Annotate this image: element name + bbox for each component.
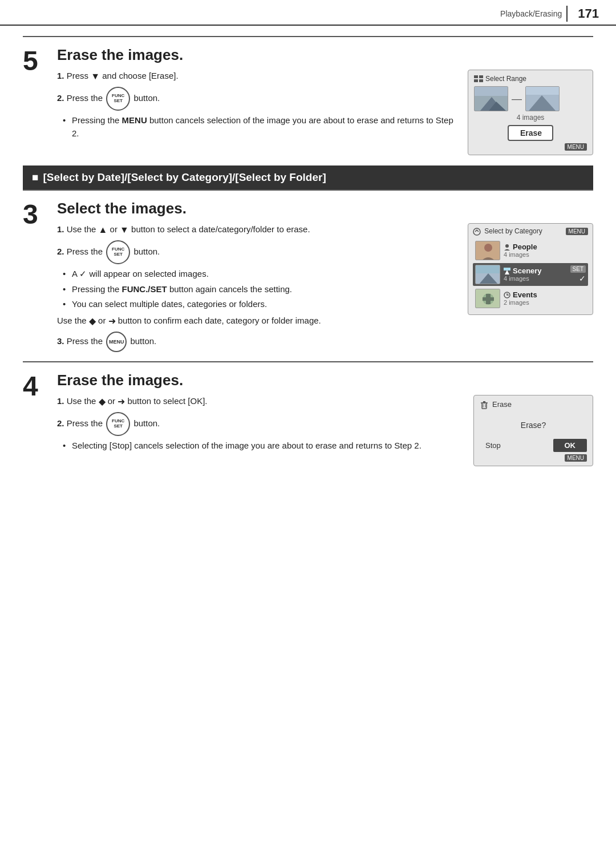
step-3-bullet-2: Pressing the FUNC./SET button again canc… bbox=[63, 283, 456, 296]
step-5-instr-1: 1. Press ▼ and choose [Erase]. bbox=[57, 70, 456, 83]
scenery-svg bbox=[476, 265, 500, 284]
stop-label: Stop bbox=[480, 440, 506, 451]
svg-rect-1 bbox=[479, 75, 483, 78]
svg-rect-19 bbox=[504, 268, 510, 271]
step-3-camera-ui: Select by Category MENU bbox=[468, 223, 593, 315]
category-menu-badge: MENU bbox=[566, 228, 588, 235]
select-range-icon bbox=[474, 75, 483, 82]
section-header: ■ [Select by Date]/[Select by Category]/… bbox=[23, 165, 593, 189]
people-thumbnail bbox=[475, 241, 500, 260]
category-header: Select by Category MENU bbox=[473, 227, 588, 236]
erase-confirm-header: Erase bbox=[480, 400, 587, 409]
mountain-svg-2 bbox=[526, 87, 559, 111]
svg-rect-2 bbox=[474, 79, 478, 82]
step-3-bullet-1: A ✓ will appear on selected images. bbox=[63, 268, 456, 281]
events-count: 2 images bbox=[504, 299, 586, 306]
step-5-bullet-1: Pressing the MENU button cancels selecti… bbox=[63, 114, 456, 140]
scenery-name: Scenery bbox=[504, 267, 567, 275]
step-5-title: Erase the images. bbox=[57, 46, 593, 64]
select-range-header: Select Range bbox=[474, 75, 587, 83]
category-icon bbox=[473, 228, 481, 236]
step-5-camera-ui: Select Range 3 bbox=[468, 70, 593, 155]
erase-menu-tag: MENU bbox=[565, 454, 587, 462]
checkmark-icon: ✓ bbox=[579, 274, 586, 283]
svg-rect-10 bbox=[526, 87, 559, 95]
svg-rect-0 bbox=[474, 75, 478, 78]
svg-rect-23 bbox=[483, 297, 494, 301]
svg-marker-18 bbox=[505, 270, 509, 274]
step-4-instr-1: 1. Use the ◆ or ➜ button to select [OK]. bbox=[57, 395, 462, 409]
ok-label: OK bbox=[553, 439, 587, 452]
step-3-number: 3 bbox=[23, 200, 57, 228]
step-3-instr-1: 1. Use the ▲ or ▼ button to select a dat… bbox=[57, 223, 456, 237]
svg-rect-7 bbox=[475, 87, 508, 96]
up-arrow-icon: ▲ bbox=[99, 225, 108, 235]
category-title: Select by Category bbox=[473, 227, 542, 236]
events-icon bbox=[504, 292, 510, 298]
step-4-title: Erase the images. bbox=[57, 372, 593, 389]
step-5-inner: 1. Press ▼ and choose [Erase]. 2. Press … bbox=[57, 70, 593, 155]
step-4-number: 4 bbox=[23, 372, 57, 400]
svg-rect-3 bbox=[479, 79, 483, 82]
mountain-svg bbox=[475, 87, 508, 111]
right-arrow-icon: ➜ bbox=[108, 316, 116, 326]
people-name: People bbox=[504, 243, 586, 251]
svg-rect-17 bbox=[476, 265, 500, 273]
people-count: 4 images bbox=[504, 251, 586, 258]
step-5-content: Erase the images. 1. Press ▼ and choose … bbox=[57, 46, 593, 155]
range-dash: — bbox=[512, 93, 522, 105]
header-divider bbox=[566, 6, 568, 22]
events-name: Events bbox=[504, 290, 586, 299]
step-4-content: Erase the images. 1. Use the ◆ or ➜ butt… bbox=[57, 372, 593, 466]
step-4-block: 4 Erase the images. 1. Use the ◆ or ➜ bu… bbox=[23, 361, 593, 472]
svg-point-14 bbox=[505, 244, 509, 248]
left-arrow-icon: ◆ bbox=[89, 316, 96, 326]
menu-button-icon: MENU bbox=[106, 332, 127, 352]
left-arrow-icon-2: ◆ bbox=[99, 397, 106, 406]
scenery-icon bbox=[504, 268, 510, 274]
page-header: Playback/Erasing 171 bbox=[0, 0, 616, 26]
step-3-instructions: 1. Use the ▲ or ▼ button to select a dat… bbox=[57, 223, 456, 356]
erase-button-ui: Erase bbox=[508, 125, 553, 141]
people-icon bbox=[504, 244, 510, 251]
left-thumbnail: 3 bbox=[474, 86, 508, 111]
step-5-instructions: 1. Press ▼ and choose [Erase]. 2. Press … bbox=[57, 70, 456, 142]
events-svg bbox=[476, 289, 500, 308]
func-set-button-icon-3: FUNC SET bbox=[106, 412, 130, 436]
people-svg bbox=[476, 241, 500, 260]
step-4-instr-2: 2. Press the FUNC SET button. bbox=[57, 412, 462, 436]
category-row-people: People 4 images bbox=[473, 239, 588, 262]
set-badge: SET bbox=[570, 265, 586, 273]
step-4-camera-ui: Erase Erase? Stop OK MENU bbox=[473, 395, 593, 466]
category-row-scenery: Scenery 4 images SET ✓ bbox=[473, 263, 588, 286]
step-5-instr-2: 2. Press the FUNC SET button. bbox=[57, 87, 456, 111]
step-4-inner: 1. Use the ◆ or ➜ button to select [OK].… bbox=[57, 395, 593, 466]
step-3-inner: 1. Use the ▲ or ▼ button to select a dat… bbox=[57, 223, 593, 356]
menu-bar-bottom: MENU bbox=[474, 143, 587, 150]
step-5-block: 5 Erase the images. 1. Press ▼ and choos… bbox=[23, 36, 593, 161]
erase-menu-bottom: MENU bbox=[480, 454, 587, 461]
menu-tag: MENU bbox=[565, 143, 587, 151]
section-prefix: ■ bbox=[32, 171, 38, 184]
func-set-button-icon: FUNC SET bbox=[106, 87, 130, 111]
image-range-row: 3 — 6 bbox=[474, 86, 587, 111]
step-3-instr-3: Use the ◆ or ➜ button to confirm each da… bbox=[57, 314, 456, 328]
main-content: 5 Erase the images. 1. Press ▼ and choos… bbox=[0, 26, 616, 489]
svg-rect-25 bbox=[482, 403, 487, 409]
right-arrow-icon-2: ➜ bbox=[117, 397, 125, 406]
svg-point-13 bbox=[484, 244, 492, 252]
step-4-instructions: 1. Use the ◆ or ➜ button to select [OK].… bbox=[57, 395, 462, 455]
select-range-title: Select Range bbox=[485, 75, 526, 83]
scenery-thumbnail bbox=[475, 265, 500, 284]
step-3-bullet-3: You can select multiple dates, categorie… bbox=[63, 298, 456, 311]
scenery-info: Scenery 4 images bbox=[504, 267, 567, 282]
down-arrow-icon: ▼ bbox=[91, 71, 100, 81]
step-5-instr-2-num: 2. bbox=[57, 93, 64, 103]
step-3-instr-4: 3. Press the MENU button. bbox=[57, 332, 456, 352]
events-info: Events 2 images bbox=[504, 290, 586, 306]
scenery-count: 4 images bbox=[504, 275, 567, 282]
erase-confirm-buttons: Stop OK bbox=[480, 439, 587, 452]
step-5-number: 5 bbox=[23, 46, 57, 75]
page-number: 171 bbox=[578, 6, 599, 21]
section-title: [Select by Date]/[Select by Category]/[S… bbox=[43, 171, 326, 184]
